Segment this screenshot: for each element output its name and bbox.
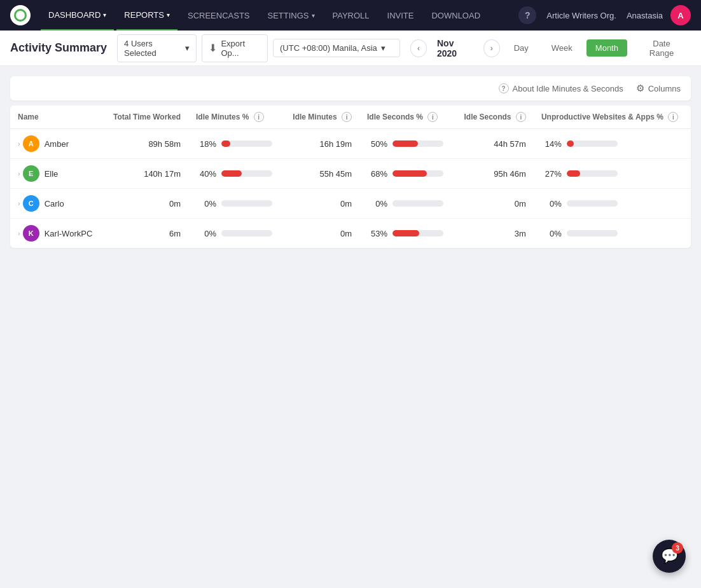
nav-item-screencasts[interactable]: SCREENCASTS: [180, 0, 258, 31]
row-expand-icon[interactable]: ›: [18, 229, 20, 237]
idle-min-cell: 16h 19m: [283, 129, 359, 159]
col-header-idle-sec: Idle Seconds i: [454, 106, 534, 129]
nav-item-payroll[interactable]: PAYROLL: [325, 0, 377, 31]
about-idle-label: About Idle Minutes & Seconds: [513, 84, 623, 93]
unproductive-cell: 27%: [534, 159, 691, 189]
idle-sec-pct-cell: 0%: [359, 189, 454, 219]
unproductive-0-track: [567, 140, 618, 147]
name-cell: › E Elle: [10, 159, 103, 189]
idle-min-pct-0-pct: 18%: [196, 139, 216, 149]
idle-min-cell: 0m: [283, 189, 359, 219]
activity-table: Name Total Time Worked Idle Minutes % i …: [10, 106, 691, 248]
idle-sec-pct-0-fill: [392, 140, 418, 147]
idle-sec-pct-1-fill: [392, 170, 427, 177]
user-name: Anastasia: [627, 11, 663, 20]
navbar: DASHBOARD ▾ REPORTS ▾ SCREENCASTS SETTIN…: [0, 0, 701, 31]
export-label: Export Op...: [221, 39, 261, 58]
gear-icon: ⚙: [636, 83, 644, 94]
next-period-button[interactable]: ›: [483, 39, 500, 57]
idle-sec-cell: 0m: [454, 189, 534, 219]
users-selector[interactable]: 4 Users Selected ▾: [117, 34, 197, 62]
unproductive-2-bar-wrap: 0%: [541, 199, 683, 209]
info-bar: ? About Idle Minutes & Seconds ⚙ Columns: [10, 76, 691, 100]
idle-sec-pct-0-bar-wrap: 50%: [367, 139, 447, 149]
table-row: › A Amber 89h 58m 18% 16h 19m 50% 44h 57…: [10, 129, 691, 159]
columns-button[interactable]: ⚙ Columns: [636, 83, 681, 94]
unproductive-1-pct: 27%: [541, 169, 562, 179]
idle-sec-cell: 95h 46m: [454, 159, 534, 189]
info-icon[interactable]: i: [516, 112, 526, 122]
chevron-down-icon: ▾: [312, 12, 315, 19]
col-header-unproductive: Unproductive Websites & Apps % i: [534, 106, 691, 129]
idle-sec-pct-1-pct: 68%: [367, 169, 387, 179]
info-icon[interactable]: i: [668, 112, 678, 122]
period-day-button[interactable]: Day: [505, 39, 538, 57]
nav-item-reports[interactable]: REPORTS ▾: [116, 0, 177, 31]
row-expand-icon[interactable]: ›: [18, 200, 20, 207]
chevron-down-icon: ▾: [167, 11, 170, 18]
user-name: Karl-WorkPC: [45, 229, 93, 238]
idle-sec-pct-1-track: [392, 170, 443, 177]
user-name: Carlo: [45, 199, 64, 209]
nav-item-download[interactable]: DOWNLOAD: [424, 0, 488, 31]
idle-min-pct-3-pct: 0%: [196, 229, 216, 238]
idle-min-pct-2-bar-wrap: 0%: [196, 199, 275, 209]
idle-min-pct-2-track: [221, 200, 272, 207]
download-icon: ⬇: [209, 42, 217, 54]
idle-min-pct-1-bar-wrap: 40%: [196, 169, 275, 179]
export-button[interactable]: ⬇ Export Op...: [202, 34, 268, 62]
idle-min-pct-cell: 0%: [188, 219, 283, 249]
idle-min-pct-cell: 18%: [188, 129, 283, 159]
unproductive-cell: 0%: [534, 219, 691, 249]
total-time-cell: 0m: [103, 189, 188, 219]
table-row: › K Karl-WorkPC 6m 0% 0m 53% 3m 0%: [10, 219, 691, 249]
idle-sec-pct-2-bar-wrap: 0%: [367, 199, 447, 209]
row-expand-icon[interactable]: ›: [18, 140, 20, 147]
period-daterange-button[interactable]: Date Range: [632, 35, 691, 62]
name-cell: › C Carlo: [10, 189, 103, 219]
user-avatar: E: [23, 165, 39, 182]
nav-item-settings[interactable]: SETTINGS ▾: [260, 0, 323, 31]
prev-period-button[interactable]: ‹: [410, 39, 427, 57]
user-avatar[interactable]: A: [670, 5, 691, 25]
idle-sec-pct-3-fill: [392, 230, 419, 236]
unproductive-3-track: [567, 230, 618, 236]
idle-min-pct-1-pct: 40%: [196, 169, 216, 179]
timezone-selector[interactable]: (UTC +08:00) Manila, Asia ▾: [273, 39, 400, 57]
period-week-button[interactable]: Week: [543, 39, 581, 57]
col-header-idle-min-pct: Idle Minutes % i: [188, 106, 283, 129]
total-time-cell: 6m: [103, 219, 188, 249]
name-cell: › A Amber: [10, 129, 103, 159]
toolbar: Activity Summary 4 Users Selected ▾ ⬇ Ex…: [0, 31, 701, 66]
about-idle-link[interactable]: ? About Idle Minutes & Seconds: [499, 83, 623, 93]
question-icon: ?: [499, 83, 509, 93]
info-icon[interactable]: i: [427, 112, 438, 122]
idle-min-pct-cell: 40%: [188, 159, 283, 189]
idle-min-pct-0-track: [221, 140, 272, 147]
user-avatar: A: [23, 135, 39, 152]
app-logo[interactable]: [10, 5, 31, 25]
date-display: Nov 2020: [432, 38, 478, 58]
user-name: Amber: [45, 139, 69, 149]
org-name[interactable]: Article Writers Org.: [546, 11, 616, 20]
col-header-name: Name: [10, 106, 103, 129]
help-button[interactable]: ?: [518, 6, 536, 24]
users-label: 4 Users Selected: [124, 39, 181, 58]
idle-sec-cell: 3m: [454, 219, 534, 249]
unproductive-2-pct: 0%: [541, 199, 562, 209]
idle-sec-pct-3-pct: 53%: [367, 229, 387, 238]
info-icon[interactable]: i: [254, 112, 264, 122]
info-icon[interactable]: i: [342, 112, 352, 122]
nav-item-dashboard[interactable]: DASHBOARD ▾: [41, 0, 114, 31]
col-header-idle-min: Idle Minutes i: [283, 106, 359, 129]
idle-min-pct-cell: 0%: [188, 189, 283, 219]
period-month-button[interactable]: Month: [586, 39, 627, 57]
idle-sec-pct-cell: 53%: [359, 219, 454, 249]
columns-label: Columns: [648, 84, 681, 93]
idle-sec-pct-0-pct: 50%: [367, 139, 387, 149]
nav-item-invite[interactable]: INVITE: [380, 0, 422, 31]
row-expand-icon[interactable]: ›: [18, 170, 20, 177]
idle-min-pct-1-fill: [221, 170, 242, 177]
total-time-cell: 140h 17m: [103, 159, 188, 189]
chevron-down-icon: ▾: [381, 43, 385, 53]
